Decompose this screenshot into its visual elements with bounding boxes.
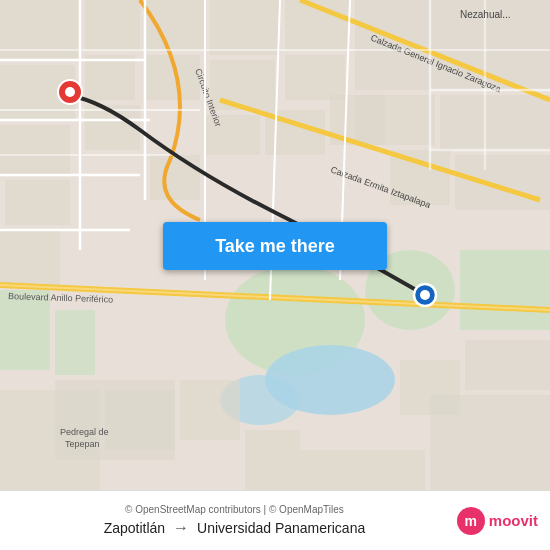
svg-rect-5 — [0, 230, 60, 285]
moovit-text: moovit — [489, 512, 538, 529]
attribution-text: © OpenStreetMap contributors | © OpenMap… — [125, 504, 344, 515]
origin-label: Zapotitlán — [104, 520, 165, 536]
svg-rect-9 — [145, 0, 205, 50]
route-row: Zapotitlán → Universidad Panamericana — [104, 519, 366, 537]
svg-rect-7 — [85, 55, 135, 100]
svg-rect-26 — [460, 250, 550, 330]
moovit-icon: m — [457, 507, 485, 535]
svg-rect-14 — [285, 55, 345, 100]
svg-rect-36 — [465, 340, 550, 390]
svg-rect-6 — [85, 0, 140, 50]
svg-point-70 — [420, 290, 430, 300]
destination-label: Universidad Panamericana — [197, 520, 365, 536]
svg-rect-28 — [55, 310, 95, 375]
moovit-logo: m moovit — [457, 507, 538, 535]
svg-rect-17 — [440, 95, 550, 150]
svg-text:Tepepan: Tepepan — [65, 439, 100, 449]
footer: © OpenStreetMap contributors | © OpenMap… — [0, 490, 550, 550]
svg-rect-33 — [180, 380, 240, 440]
svg-rect-38 — [300, 450, 425, 490]
svg-text:Nezahual...: Nezahual... — [460, 9, 511, 20]
svg-rect-11 — [210, 0, 280, 55]
svg-rect-4 — [5, 180, 70, 225]
svg-rect-34 — [245, 430, 300, 490]
svg-rect-3 — [0, 125, 70, 175]
svg-text:Pedregal de: Pedregal de — [60, 427, 109, 437]
map-container: Boulevard Anillo Periférico Calzada Ermi… — [0, 0, 550, 490]
take-me-there-button[interactable]: Take me there — [163, 222, 387, 270]
footer-left: © OpenStreetMap contributors | © OpenMap… — [12, 504, 457, 537]
svg-rect-23 — [455, 155, 550, 210]
svg-point-68 — [65, 87, 75, 97]
svg-rect-37 — [430, 395, 550, 490]
svg-rect-18 — [150, 155, 200, 200]
arrow-icon: → — [173, 519, 189, 537]
